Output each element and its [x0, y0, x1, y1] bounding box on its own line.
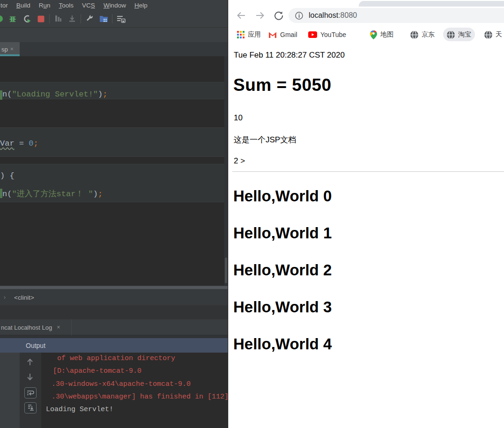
bookmark-label: 淘宝 [458, 30, 471, 39]
code-line: ) { [0, 171, 15, 180]
code-editor[interactable]: n("Loading Servlet!"); Var = 0; ) { n("进… [0, 56, 228, 286]
hello-heading: Hello,World 0 [233, 187, 332, 205]
log-tab-label: ncat Localhost Log [1, 324, 52, 331]
editor-scrollbar[interactable] [224, 56, 228, 286]
code-line: n("Loading Servlet!"); [2, 90, 107, 99]
bookmark-maps[interactable]: 地图 [370, 29, 393, 41]
run-icon[interactable] [0, 13, 6, 25]
bookmark-label: 应用 [248, 30, 261, 39]
editor-tabbar: sp × [0, 42, 228, 56]
output-header[interactable]: Output [0, 338, 228, 353]
code-token: ) [98, 90, 103, 99]
menu-refactor-partial[interactable]: tor [0, 2, 12, 9]
stop-icon[interactable] [34, 13, 48, 25]
url-text[interactable]: localhost:8080 [309, 11, 357, 20]
gmail-icon [268, 31, 277, 38]
bookmark-taobao[interactable]: 淘宝 [447, 29, 471, 41]
chevron-right-icon: › [4, 294, 6, 301]
code-token: "Loading Servlet!" [12, 90, 98, 99]
globe-icon [410, 31, 418, 39]
editor-tab-jsp[interactable]: sp × [0, 42, 20, 56]
bookmark-youtube[interactable]: YouTube [308, 29, 346, 41]
console-line: .30-windows-x64\apache-tomcat-9.0 [52, 380, 191, 388]
browser-window: localhost:8080 应用 Gmail [228, 0, 504, 428]
console-line: of web application directory [57, 354, 175, 362]
tab-tomcat-localhost-log[interactable]: ncat Localhost Log × [0, 319, 60, 335]
update-application-icon[interactable] [114, 13, 128, 25]
count-line: 2 > [234, 156, 245, 166]
toolwindow-gap [0, 305, 228, 319]
code-token: ; [33, 139, 38, 148]
bookmarks-bar: 应用 Gmail YouTube [229, 24, 504, 44]
ide-toolbar [0, 10, 228, 28]
menu-vcs[interactable]: VCS [78, 2, 99, 9]
project-structure-icon[interactable] [96, 13, 111, 25]
debugger-breadcrumb-bar: › <clinit> [0, 289, 228, 305]
output-label: Output [26, 342, 45, 349]
tab-divider [71, 319, 72, 335]
address-bar[interactable]: localhost:8080 [289, 8, 504, 23]
bookmark-label: 地图 [380, 30, 393, 39]
page-info-icon[interactable] [295, 12, 303, 20]
reload-icon[interactable] [272, 9, 285, 22]
scrollbar-thumb[interactable] [225, 258, 227, 283]
youtube-icon [308, 31, 317, 38]
code-token: ) [93, 190, 98, 199]
code-token: ; [103, 90, 107, 99]
code-token: = [15, 139, 29, 148]
console-panel[interactable]: of web application directory [D:\apache-… [0, 353, 228, 428]
toolbar-separator [112, 14, 112, 23]
bookmark-label: 京东 [422, 30, 435, 39]
up-arrow-icon[interactable] [24, 357, 36, 368]
scroll-to-end-icon[interactable] [24, 402, 37, 413]
down-arrow-icon[interactable] [24, 371, 36, 382]
editor-console-splitter[interactable] [0, 286, 228, 289]
browser-toolbar: localhost:8080 [229, 7, 504, 24]
bookmark-tmall[interactable]: 天 [484, 29, 502, 41]
run-with-coverage-icon[interactable] [20, 13, 34, 25]
ide-window: tor Build Run Tools VCS Window Help [0, 0, 228, 428]
code-token: "进入了方法star！ " [12, 190, 93, 199]
menu-run[interactable]: Run [35, 2, 55, 9]
code-token: 0 [29, 139, 33, 148]
hello-heading: Hello,World 3 [233, 298, 332, 316]
hello-heading: Hello,World 1 [233, 224, 332, 242]
maps-icon [370, 30, 377, 39]
soft-wrap-icon[interactable] [24, 387, 37, 398]
menu-tools[interactable]: Tools [55, 2, 78, 9]
code-token: ) { [0, 171, 15, 180]
code-line: n("进入了方法star！ "); [2, 188, 103, 199]
code-token: n( [2, 90, 12, 99]
bookmark-jd[interactable]: 京东 [410, 29, 435, 41]
console-line: .30\webapps\manager] has finished in [11… [52, 393, 228, 401]
back-icon[interactable] [235, 9, 248, 22]
globe-icon [447, 31, 455, 39]
build-icon[interactable] [51, 13, 65, 25]
close-icon[interactable]: × [10, 46, 14, 52]
menu-help[interactable]: Help [130, 2, 152, 9]
hello-heading: Hello,World 2 [233, 261, 332, 279]
value-line: 10 [234, 113, 243, 123]
run-toolwindow-tabs: ncat Localhost Log × [0, 319, 228, 335]
page-content: Tue Feb 11 20:28:27 CST 2020 Sum = 5050 … [229, 44, 504, 428]
debug-icon[interactable] [6, 13, 20, 25]
date-line: Tue Feb 11 20:28:27 CST 2020 [234, 51, 345, 60]
code-token: n( [2, 190, 12, 199]
menu-window[interactable]: Window [99, 2, 130, 9]
apps-grid-icon [237, 31, 245, 38]
close-icon[interactable]: × [57, 324, 60, 331]
globe-icon [484, 31, 492, 39]
screen: tor Build Run Tools VCS Window Help [0, 0, 504, 428]
bookmark-apps[interactable]: 应用 [237, 29, 261, 41]
jsp-doc-line: 这是一个JSP文档 [234, 134, 296, 145]
import-icon[interactable] [65, 13, 79, 25]
horizontal-rule [232, 171, 504, 172]
forward-icon[interactable] [253, 9, 267, 22]
bookmark-gmail[interactable]: Gmail [268, 29, 297, 41]
toolbar-separator [49, 14, 50, 23]
console-line: [D:\apache-tomcat-9.0 [53, 367, 141, 375]
wrench-icon[interactable] [82, 13, 96, 25]
sum-heading: Sum = 5050 [233, 75, 332, 95]
menu-build[interactable]: Build [12, 2, 35, 9]
breadcrumb-clinit[interactable]: <clinit> [14, 294, 34, 301]
